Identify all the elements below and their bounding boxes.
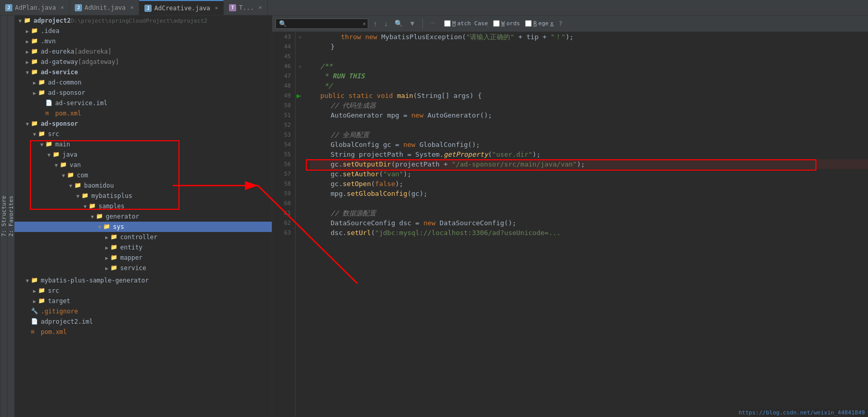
code-line-63: dsc. setUrl ( "jdbc:mysql://localhost:33… bbox=[310, 228, 868, 238]
tree-item-gitignore[interactable]: ▶ 🔧 .gitignore bbox=[14, 306, 272, 316]
tree-item-adcommon[interactable]: ▶ 📁 ad-common bbox=[14, 77, 272, 88]
arrow-main[interactable]: ▼ bbox=[38, 142, 45, 147]
tree-item-sys[interactable]: ▼ 📁 sys bbox=[14, 222, 272, 232]
arrow-adgateway[interactable]: ▶ bbox=[24, 59, 31, 65]
tree-item-adproject2iml[interactable]: ▶ 📄 adproject2.iml bbox=[14, 316, 272, 327]
code-area: 🔍 × ↑ ↓ 🔍 ▼ ⋯ Match Case Words bbox=[272, 15, 868, 417]
arrow-adproject2[interactable]: ▼ bbox=[17, 18, 24, 24]
tree-item-idea[interactable]: ▶ 📁 .idea bbox=[14, 26, 272, 36]
tree-item-target[interactable]: ▶ 📁 target bbox=[14, 296, 272, 306]
label-mvn: .mvn bbox=[41, 38, 56, 45]
arrow-com[interactable]: ▼ bbox=[60, 173, 67, 178]
arrow-van[interactable]: ▼ bbox=[53, 162, 60, 168]
tree-item-generator[interactable]: ▼ 📁 generator bbox=[14, 211, 272, 222]
arrow-adsponsor2[interactable]: ▼ bbox=[24, 121, 31, 127]
tree-item-src[interactable]: ▼ 📁 src bbox=[14, 129, 272, 139]
tree-item-adserviceiml[interactable]: ▶ 📄 ad-service.iml bbox=[14, 98, 272, 108]
structure-panel[interactable]: 7: Structure bbox=[0, 15, 7, 417]
arrow-target[interactable]: ▶ bbox=[31, 298, 38, 304]
tree-item-com[interactable]: ▼ 📁 com bbox=[14, 170, 272, 180]
folder-java-icon: 📁 bbox=[53, 151, 61, 158]
regex-label[interactable]: Regex bbox=[525, 20, 553, 27]
label-mapper: mapper bbox=[120, 254, 142, 261]
arrow-src2[interactable]: ▶ bbox=[31, 288, 38, 294]
linenum-45: 45 bbox=[276, 52, 291, 61]
arrow-java[interactable]: ▼ bbox=[45, 152, 53, 158]
tree-item-adgateway[interactable]: ▶ 📁 ad-gateway [adgateway] bbox=[14, 57, 272, 67]
arrow-sys[interactable]: ▼ bbox=[96, 224, 103, 230]
label-src2: src bbox=[48, 287, 59, 294]
tree-item-service[interactable]: ▶ 📁 service bbox=[14, 263, 272, 273]
code-lines[interactable]: throw new MybatisPlusException( "请输入正确的"… bbox=[306, 32, 868, 417]
arrow-controller[interactable]: ▶ bbox=[103, 235, 110, 240]
clear-search-button[interactable]: × bbox=[361, 20, 367, 27]
arrow-entity[interactable]: ▶ bbox=[103, 245, 110, 251]
find-options-button[interactable]: ▼ bbox=[407, 19, 417, 28]
tree-item-pomxml1[interactable]: ▶ m pom.xml bbox=[14, 108, 272, 119]
file-adserviceiml-icon: 📄 bbox=[45, 99, 54, 107]
tree-item-van[interactable]: ▼ 📁 van bbox=[14, 160, 272, 170]
next-result-button[interactable]: ↓ bbox=[382, 19, 390, 28]
tree-item-mapper[interactable]: ▶ 📁 mapper bbox=[14, 253, 272, 263]
arrow-mapper[interactable]: ▶ bbox=[103, 255, 110, 261]
arrow-mybatisplus[interactable]: ▼ bbox=[74, 193, 81, 199]
more-options-button[interactable]: ⋯ bbox=[428, 20, 437, 27]
tree-item-adproject2[interactable]: ▼ 📁 adproject2 D:\project\springCloudPro… bbox=[14, 15, 272, 26]
tree-item-src2[interactable]: ▶ 📁 src bbox=[14, 286, 272, 296]
tab-adcreative-close[interactable]: × bbox=[215, 5, 219, 11]
tree-item-samples[interactable]: ▼ 📁 samples bbox=[14, 201, 272, 211]
tree-item-main[interactable]: ▼ 📁 main bbox=[14, 139, 272, 149]
tab-adplan[interactable]: J AdPlan.java × bbox=[0, 0, 70, 15]
tree-item-adsponsor-sub[interactable]: ▶ 📁 ad-sponsor bbox=[14, 88, 272, 98]
arrow-baomidou[interactable]: ▼ bbox=[67, 183, 74, 189]
tab-adcreative[interactable]: J AdCreative.java × bbox=[139, 0, 224, 15]
search-input[interactable] bbox=[289, 20, 361, 27]
folder-adsponsor-sub-icon: 📁 bbox=[38, 89, 46, 96]
tree-item-baomidou[interactable]: ▼ 📁 baomidou bbox=[14, 180, 272, 191]
prev-result-button[interactable]: ↑ bbox=[371, 19, 379, 28]
tab-adplan-close[interactable]: × bbox=[60, 4, 64, 11]
tab-search-close[interactable]: × bbox=[258, 4, 262, 11]
tab-adunit-close[interactable]: × bbox=[130, 4, 134, 11]
file-gitignore-icon: 🔧 bbox=[31, 308, 39, 315]
arrow-src[interactable]: ▼ bbox=[31, 131, 38, 137]
arrow-mvn[interactable]: ▶ bbox=[24, 39, 31, 44]
tree-item-controller[interactable]: ▶ 📁 controller bbox=[14, 232, 272, 242]
favorites-panel[interactable]: 2: Favorites bbox=[7, 15, 14, 417]
tree-item-java[interactable]: ▼ 📁 java bbox=[14, 149, 272, 160]
arrow-adsponsor-sub[interactable]: ▶ bbox=[31, 90, 38, 96]
tab-adunit[interactable]: J AdUnit.java × bbox=[70, 0, 139, 15]
code-line-47: * RUN THIS bbox=[310, 71, 868, 81]
tree-item-entity[interactable]: ▶ 📁 entity bbox=[14, 242, 272, 253]
tree-item-mybatisplus-generator[interactable]: ▼ 📁 mybatis-plus-sample-generator bbox=[14, 275, 272, 286]
arrow-idea[interactable]: ▶ bbox=[24, 28, 31, 34]
arrow-service[interactable]: ▶ bbox=[103, 265, 110, 271]
tree-item-mybatisplus[interactable]: ▼ 📁 mybatisplus bbox=[14, 191, 272, 201]
find-input-wrapper[interactable]: 🔍 × bbox=[275, 19, 368, 29]
arrow-mybatisplus-generator[interactable]: ▼ bbox=[24, 278, 31, 283]
arrow-samples[interactable]: ▼ bbox=[81, 204, 89, 209]
words-label[interactable]: Words bbox=[493, 20, 520, 27]
match-case-checkbox[interactable] bbox=[444, 20, 451, 27]
label-adsponsor-sub: ad-sponsor bbox=[48, 89, 85, 96]
search-icon: 🔍 bbox=[279, 20, 287, 27]
filter-button[interactable]: 🔍 bbox=[393, 19, 404, 28]
words-checkbox[interactable] bbox=[493, 20, 500, 27]
regex-help-icon[interactable]: ? bbox=[559, 20, 562, 27]
tree-item-adeureka[interactable]: ▶ 📁 ad-eureka [adeureka] bbox=[14, 46, 272, 57]
tree-item-adservice[interactable]: ▼ 📁 ad-service bbox=[14, 67, 272, 77]
arrow-adcommon[interactable]: ▶ bbox=[31, 80, 38, 86]
tree-item-mvn[interactable]: ▶ 📁 .mvn bbox=[14, 36, 272, 46]
label-pomxml1: pom.xml bbox=[55, 110, 81, 117]
arrow-generator[interactable]: ▼ bbox=[89, 214, 96, 220]
tree-item-adsponsor2[interactable]: ▼ 📁 ad-sponsor bbox=[14, 119, 272, 129]
arrow-adservice[interactable]: ▼ bbox=[24, 70, 31, 75]
match-case-label[interactable]: Match Case bbox=[444, 20, 488, 27]
label-main: main bbox=[55, 141, 70, 148]
tab-search[interactable]: T T... × bbox=[224, 0, 268, 15]
tree-item-pomxml2[interactable]: ▶ m pom.xml bbox=[14, 327, 272, 337]
regex-checkbox[interactable] bbox=[525, 20, 532, 27]
arrow-adeureka[interactable]: ▶ bbox=[24, 49, 31, 55]
linenum-44: 44 bbox=[276, 42, 291, 52]
label-adproject2-path: D:\project\springCloudProject\adproject2 bbox=[71, 18, 207, 24]
